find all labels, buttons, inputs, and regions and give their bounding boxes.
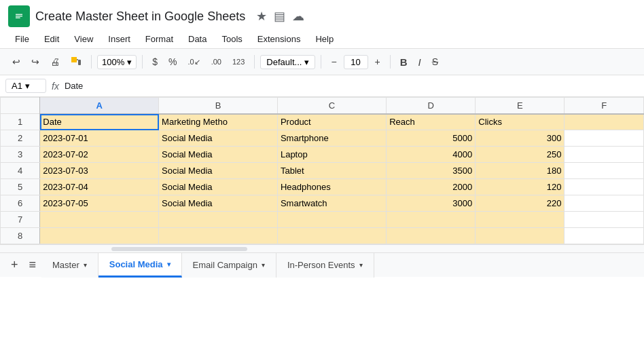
- table-cell[interactable]: 5000: [387, 130, 476, 147]
- table-cell[interactable]: Social Media: [159, 179, 278, 195]
- table-cell[interactable]: 300: [476, 130, 565, 147]
- table-row: 52023-07-04Social MediaHeadphones2000120: [1, 179, 644, 195]
- table-cell[interactable]: [387, 228, 476, 244]
- table-cell[interactable]: 2023-07-05: [40, 195, 159, 212]
- table-cell[interactable]: Social Media: [159, 147, 278, 163]
- number-format-button[interactable]: 123: [228, 55, 249, 69]
- col-header-e[interactable]: E: [476, 98, 565, 114]
- table-cell[interactable]: Social Media: [159, 195, 278, 212]
- col-header-c[interactable]: C: [277, 98, 386, 114]
- table-cell[interactable]: 3500: [387, 163, 476, 179]
- table-cell[interactable]: Marketing Metho: [159, 114, 278, 130]
- row-header-7[interactable]: 7: [1, 212, 40, 228]
- drive-icon[interactable]: ▤: [274, 9, 285, 24]
- table-cell[interactable]: Headphones: [277, 179, 386, 195]
- table-cell[interactable]: [277, 212, 386, 228]
- font-size-increase-button[interactable]: +: [371, 54, 384, 70]
- dec-increase-button[interactable]: .00: [207, 55, 226, 69]
- formula-content[interactable]: Date: [65, 81, 639, 91]
- table-cell[interactable]: Laptop: [277, 147, 386, 163]
- menu-extensions[interactable]: Extensions: [251, 31, 308, 47]
- table-cell[interactable]: [159, 212, 278, 228]
- table-cell[interactable]: [565, 195, 644, 212]
- dollar-button[interactable]: $: [148, 54, 162, 70]
- row-header-5[interactable]: 5: [1, 179, 40, 195]
- table-cell[interactable]: Social Media: [159, 163, 278, 179]
- tab-email-campaign[interactable]: Email Campaign ▾: [182, 253, 276, 278]
- col-header-b[interactable]: B: [159, 98, 278, 114]
- table-cell[interactable]: 2000: [387, 179, 476, 195]
- table-cell[interactable]: [565, 212, 644, 228]
- table-cell[interactable]: 2023-07-04: [40, 179, 159, 195]
- table-cell[interactable]: [40, 228, 159, 244]
- table-cell[interactable]: 3000: [387, 195, 476, 212]
- table-cell[interactable]: 2023-07-02: [40, 147, 159, 163]
- add-sheet-button[interactable]: +: [5, 255, 24, 275]
- bold-button[interactable]: B: [396, 54, 412, 71]
- dec-decrease-button[interactable]: .0↙: [184, 55, 204, 69]
- row-header-8[interactable]: 8: [1, 228, 40, 244]
- print-button[interactable]: 🖨: [46, 54, 64, 70]
- table-cell[interactable]: [476, 212, 565, 228]
- cloud-icon[interactable]: ☁: [292, 9, 304, 24]
- table-cell[interactable]: 2023-07-01: [40, 130, 159, 147]
- table-cell[interactable]: Clicks: [476, 114, 565, 130]
- table-cell[interactable]: [277, 228, 386, 244]
- zoom-selector[interactable]: 100% ▾: [97, 55, 137, 69]
- menu-edit[interactable]: Edit: [37, 31, 66, 47]
- table-cell[interactable]: [476, 228, 565, 244]
- table-cell[interactable]: 120: [476, 179, 565, 195]
- table-cell[interactable]: [565, 228, 644, 244]
- table-cell[interactable]: Smartwatch: [277, 195, 386, 212]
- table-cell[interactable]: Social Media: [159, 130, 278, 147]
- star-icon[interactable]: ★: [256, 9, 267, 24]
- row-header-3[interactable]: 3: [1, 147, 40, 163]
- font-size-decrease-button[interactable]: −: [327, 54, 340, 70]
- table-cell[interactable]: 4000: [387, 147, 476, 163]
- menu-data[interactable]: Data: [181, 31, 213, 47]
- cell-reference-box[interactable]: A1 ▾: [5, 79, 46, 93]
- table-cell[interactable]: Product: [277, 114, 386, 130]
- table-cell[interactable]: 180: [476, 163, 565, 179]
- col-header-a[interactable]: A: [40, 98, 159, 114]
- table-cell[interactable]: [565, 114, 644, 130]
- table-cell[interactable]: [565, 130, 644, 147]
- table-cell[interactable]: [565, 179, 644, 195]
- table-cell[interactable]: [565, 147, 644, 163]
- redo-button[interactable]: ↪: [27, 54, 43, 70]
- col-header-f[interactable]: F: [565, 98, 644, 114]
- percent-button[interactable]: %: [164, 54, 181, 70]
- italic-button[interactable]: I: [414, 54, 425, 71]
- table-cell[interactable]: 220: [476, 195, 565, 212]
- table-cell[interactable]: [387, 212, 476, 228]
- strikethrough-button[interactable]: S: [428, 54, 442, 70]
- undo-button[interactable]: ↩: [8, 54, 24, 70]
- table-cell[interactable]: [40, 212, 159, 228]
- table-cell[interactable]: 2023-07-03: [40, 163, 159, 179]
- menu-help[interactable]: Help: [308, 31, 340, 47]
- table-cell[interactable]: [565, 163, 644, 179]
- tab-in-person-events[interactable]: In-Person Events ▾: [276, 253, 374, 278]
- menu-tools[interactable]: Tools: [215, 31, 249, 47]
- table-cell[interactable]: Reach: [387, 114, 476, 130]
- menu-view[interactable]: View: [67, 31, 100, 47]
- row-header-6[interactable]: 6: [1, 195, 40, 212]
- menu-file[interactable]: File: [8, 31, 36, 47]
- font-name-selector[interactable]: Default... ▾: [260, 55, 315, 69]
- row-header-2[interactable]: 2: [1, 130, 40, 147]
- table-cell[interactable]: Smartphone: [277, 130, 386, 147]
- tab-social-media[interactable]: Social Media ▾: [99, 253, 182, 278]
- row-header-4[interactable]: 4: [1, 163, 40, 179]
- paint-format-button[interactable]: [67, 54, 86, 70]
- table-cell[interactable]: [159, 228, 278, 244]
- table-cell[interactable]: 250: [476, 147, 565, 163]
- row-header-1[interactable]: 1: [1, 114, 40, 130]
- table-cell[interactable]: Date: [40, 114, 159, 130]
- horizontal-scrollbar[interactable]: [0, 244, 644, 252]
- sheet-menu-button[interactable]: ≡: [24, 255, 42, 275]
- col-header-d[interactable]: D: [387, 98, 476, 114]
- menu-insert[interactable]: Insert: [101, 31, 137, 47]
- table-cell[interactable]: Tablet: [277, 163, 386, 179]
- tab-master[interactable]: Master ▾: [41, 253, 99, 278]
- menu-format[interactable]: Format: [139, 31, 180, 47]
